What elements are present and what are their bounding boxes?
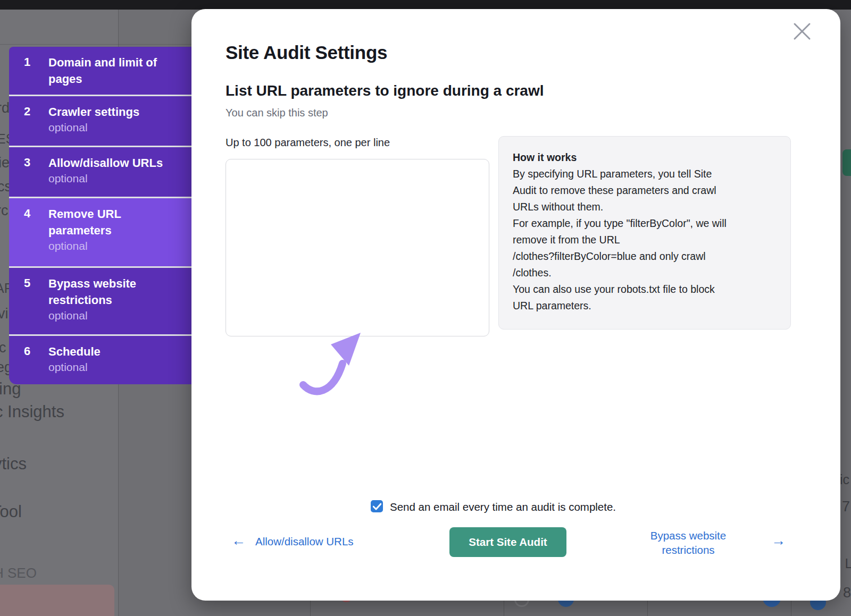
step-optional-tag: optional xyxy=(48,309,181,322)
background-text-fragment: c Insights xyxy=(0,402,64,421)
how-it-works-paragraph: By specifying URL parameters, you tell S… xyxy=(513,166,777,215)
background-highlight-box xyxy=(0,585,114,616)
background-text-fragment: ie xyxy=(0,155,10,171)
background-text-fragment: vi xyxy=(0,306,9,322)
start-site-audit-button[interactable]: Start Site Audit xyxy=(449,527,566,557)
background-text-fragment: rd xyxy=(0,100,10,116)
background-text-fragment: H SEO xyxy=(0,565,37,581)
step-bypass-website-restrictions[interactable]: 5 Bypass website restrictions optional xyxy=(9,266,193,334)
step-number: 2 xyxy=(24,105,30,119)
back-link-allow-disallow-urls[interactable]: Allow/disallow URLs xyxy=(255,535,354,548)
step-remove-url-parameters-active[interactable]: 4 Remove URL parameters optional xyxy=(9,197,193,266)
wizard-step-rail: 1 Domain and limit of pages 2 Crawler se… xyxy=(9,47,193,384)
next-arrow-icon[interactable]: → xyxy=(771,533,786,549)
background-table-line xyxy=(647,601,648,616)
background-table-line xyxy=(310,601,311,616)
next-link-bypass-website-restrictions[interactable]: Bypass website restrictions xyxy=(637,528,739,557)
background-text-fragment: 8 xyxy=(843,585,851,601)
step-optional-tag: optional xyxy=(48,172,181,185)
step-title: Crawler settings xyxy=(48,104,181,120)
step-domain-and-limit[interactable]: 1 Domain and limit of pages xyxy=(9,47,193,95)
close-icon[interactable] xyxy=(791,21,813,42)
back-arrow-icon[interactable]: ← xyxy=(231,533,246,549)
step-number: 3 xyxy=(24,156,30,170)
step-schedule[interactable]: 6 Schedule optional xyxy=(9,334,193,384)
step-heading: List URL parameters to ignore during a c… xyxy=(226,82,544,99)
browser-top-bar xyxy=(0,0,851,10)
step-allow-disallow-urls[interactable]: 3 Allow/disallow URLs optional xyxy=(9,146,193,197)
step-number: 1 xyxy=(24,55,30,69)
step-title: Allow/disallow URLs xyxy=(48,155,181,171)
step-title: Remove URL parameters xyxy=(48,206,181,239)
site-audit-settings-page: rd ES ie cs rc AP vi c eg ing c Insights… xyxy=(0,0,851,616)
background-green-button-edge xyxy=(842,149,851,176)
how-it-works-title: How it works xyxy=(513,149,777,166)
step-title: Domain and limit of pages xyxy=(48,54,181,87)
background-text-fragment: ytics xyxy=(0,454,27,474)
url-parameters-textarea[interactable] xyxy=(226,159,489,336)
how-it-works-paragraph: For example, if you type "filterByColor"… xyxy=(513,215,777,281)
background-text-fragment: 7 xyxy=(842,499,850,515)
email-checkbox[interactable] xyxy=(371,500,383,512)
step-title: Schedule xyxy=(48,343,181,360)
step-optional-tag: optional xyxy=(48,240,181,252)
background-table-line xyxy=(504,601,504,616)
how-it-works-paragraph: You can also use your robots.txt file to… xyxy=(513,281,777,314)
step-number: 5 xyxy=(24,276,30,290)
step-number: 4 xyxy=(24,207,30,221)
email-checkbox-label[interactable]: Send an email every time an audit is com… xyxy=(390,501,616,513)
parameters-input-label: Up to 100 parameters, one per line xyxy=(226,137,390,149)
step-number: 6 xyxy=(24,344,30,358)
modal-title: Site Audit Settings xyxy=(226,42,387,63)
background-table-line xyxy=(791,601,791,616)
background-text-fragment: Tool xyxy=(0,502,22,521)
skip-note: You can skip this step xyxy=(226,107,328,119)
background-text-fragment: c xyxy=(0,340,6,356)
step-title: Bypass website restrictions xyxy=(48,275,181,308)
step-optional-tag: optional xyxy=(48,121,181,134)
site-audit-settings-modal: Site Audit Settings List URL parameters … xyxy=(191,9,840,601)
background-text-fragment: rc xyxy=(0,202,9,219)
curved-arrow-icon xyxy=(296,328,370,408)
how-it-works-panel: How it works By specifying URL parameter… xyxy=(498,136,791,330)
step-crawler-settings[interactable]: 2 Crawler settings optional xyxy=(9,95,193,146)
checkmark-icon xyxy=(373,503,381,510)
step-optional-tag: optional xyxy=(48,361,181,374)
background-header-line xyxy=(0,44,193,45)
